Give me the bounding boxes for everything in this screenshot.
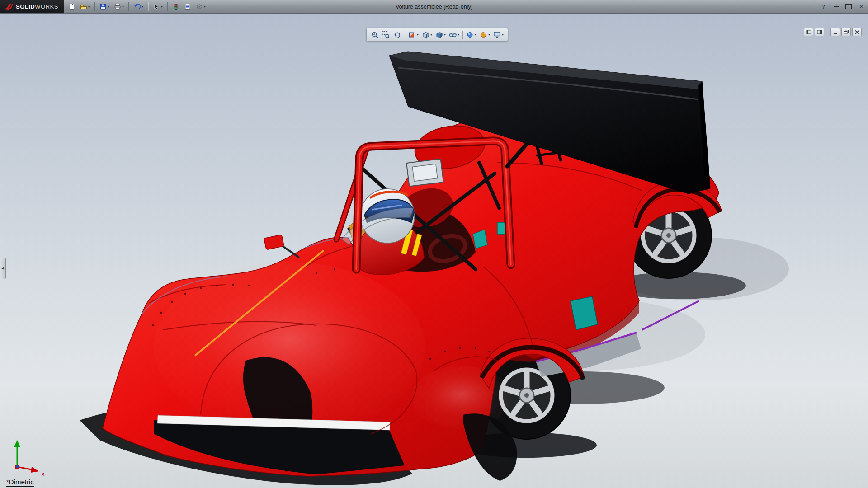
view-orientation-cube-icon: [422, 31, 430, 39]
open-dropdown-arrow[interactable]: ▾: [88, 5, 90, 9]
edit-appearance-dropdown-arrow[interactable]: ▾: [475, 33, 476, 37]
minimize-button[interactable]: [833, 6, 839, 7]
zoom-to-area-icon: [382, 31, 390, 39]
edit-appearance-button[interactable]: ▾: [465, 29, 477, 40]
toolbar-separator: [148, 2, 148, 11]
toolbar-separator: [462, 31, 463, 39]
display-style-icon: [435, 31, 443, 39]
logo-text: SOLIDWORKS: [16, 3, 58, 10]
options-dropdown-arrow[interactable]: ▾: [204, 5, 206, 9]
document-close-button[interactable]: [852, 28, 862, 36]
apply-scene-icon: [480, 31, 488, 39]
flyout-arrow-icon: ◀: [1, 267, 4, 270]
zoom-to-area-button[interactable]: [381, 29, 391, 40]
view-orientation-dropdown-arrow[interactable]: ▾: [430, 33, 432, 37]
print-icon: [114, 3, 121, 10]
new-document-icon: [68, 3, 75, 10]
maximize-icon: [845, 4, 852, 9]
select-dropdown-arrow[interactable]: ▾: [161, 5, 163, 9]
options-button[interactable]: ▾: [194, 1, 208, 12]
select-cursor-icon: [153, 3, 160, 10]
main-toolbar: ▾ ▾ ▾ ▾: [64, 1, 210, 12]
solidworks-logo: SOLIDWORKS: [0, 0, 64, 13]
side-mirror: [264, 235, 299, 258]
rebuild-traffic-light-icon: [172, 3, 179, 10]
toolbar-separator: [405, 31, 405, 39]
pane-toggle-left-icon: [806, 30, 811, 34]
toolbar-separator: [94, 2, 95, 11]
maximize-button[interactable]: [845, 4, 852, 9]
document-window-controls: [799, 28, 862, 36]
pane-toggle-right-icon: [817, 30, 822, 34]
zoom-to-fit-icon: [371, 31, 379, 39]
hide-show-glasses-icon: [449, 31, 457, 39]
viewport-canvas[interactable]: [0, 14, 868, 488]
document-minimize-icon: [833, 30, 838, 34]
solidworks-logo-icon: [4, 3, 14, 11]
open-folder-icon: [80, 3, 87, 10]
rebuild-button[interactable]: [170, 1, 181, 12]
hide-show-items-button[interactable]: ▾: [448, 29, 460, 40]
titlebar: SOLIDWORKS ▾ ▾: [0, 0, 868, 14]
print-button[interactable]: ▾: [112, 1, 126, 12]
minimize-icon: [834, 6, 839, 7]
help-button[interactable]: ?: [820, 4, 826, 9]
previous-view-button[interactable]: [392, 29, 402, 40]
file-properties-button[interactable]: [182, 1, 193, 12]
section-view-dropdown-arrow[interactable]: ▾: [417, 33, 419, 37]
save-dropdown-arrow[interactable]: ▾: [108, 5, 109, 9]
view-orientation-button[interactable]: ▾: [421, 29, 433, 40]
graphics-viewport[interactable]: ▾ ▾ ▾ ▾: [0, 14, 868, 488]
heads-up-view-toolbar: ▾ ▾ ▾ ▾: [366, 28, 508, 42]
document-restore-icon: [844, 30, 849, 34]
display-style-button[interactable]: ▾: [434, 29, 447, 40]
pane-toggle-left-button[interactable]: [804, 28, 813, 36]
apply-scene-button[interactable]: ▾: [479, 29, 491, 40]
intake-box: [406, 159, 443, 187]
view-settings-button[interactable]: ▾: [492, 29, 505, 40]
toolbar-separator: [128, 2, 129, 11]
car-model: [103, 52, 722, 481]
hide-show-dropdown-arrow[interactable]: ▾: [458, 33, 459, 37]
triad-x-label: x: [42, 470, 45, 477]
featuremanager-flyout-tab[interactable]: ◀: [0, 258, 6, 279]
print-dropdown-arrow[interactable]: ▾: [122, 5, 124, 9]
toolbar-separator: [167, 2, 168, 11]
zoom-to-fit-button[interactable]: [370, 29, 380, 40]
options-gear-icon: [196, 3, 203, 10]
undo-icon: [133, 3, 141, 10]
edit-appearance-sphere-icon: [466, 31, 474, 39]
save-button[interactable]: ▾: [98, 1, 111, 12]
section-view-button[interactable]: ▾: [407, 29, 420, 40]
orientation-triad: x: [7, 438, 52, 477]
apply-scene-dropdown-arrow[interactable]: ▾: [488, 33, 490, 37]
view-settings-dropdown-arrow[interactable]: ▾: [502, 33, 504, 37]
select-button[interactable]: ▾: [151, 1, 165, 12]
triad-x-arrow: [31, 467, 39, 473]
section-view-icon: [408, 31, 416, 39]
view-settings-monitor-icon: [493, 31, 501, 39]
undo-dropdown-arrow[interactable]: ▾: [142, 5, 143, 9]
undo-button[interactable]: ▾: [132, 1, 145, 12]
pane-toggle-right-button[interactable]: [815, 28, 824, 36]
document-restore-button[interactable]: [841, 28, 851, 36]
window-controls: ? ×: [820, 0, 864, 13]
file-properties-icon: [184, 3, 191, 10]
view-orientation-label: *Dimetric: [6, 478, 34, 487]
close-button[interactable]: ×: [858, 4, 864, 9]
new-document-button[interactable]: [66, 1, 77, 12]
document-close-icon: [854, 30, 860, 34]
save-floppy-icon: [99, 3, 107, 10]
previous-view-icon: [393, 31, 401, 39]
window-title: Voiture assemblee [Read-only]: [396, 0, 472, 13]
triad-y-arrow: [14, 440, 20, 447]
open-button[interactable]: ▾: [78, 1, 92, 12]
display-style-dropdown-arrow[interactable]: ▾: [444, 33, 446, 37]
document-minimize-button[interactable]: [830, 28, 840, 36]
